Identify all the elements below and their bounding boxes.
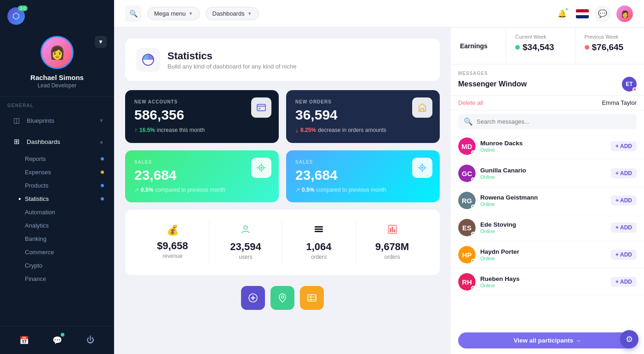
search-icon: 🔍 bbox=[464, 117, 473, 126]
language-flag[interactable] bbox=[576, 9, 589, 18]
dashboards-icon: ⊞ bbox=[10, 135, 23, 148]
add-contact-munroe-button[interactable]: + ADD bbox=[611, 141, 637, 151]
sidebar-item-crypto[interactable]: Crypto bbox=[3, 259, 111, 272]
contact-item-munroe[interactable]: MD Munroe Dacks Online + ADD bbox=[451, 133, 644, 160]
contact-item-haydn[interactable]: HP Haydn Porter Online + ADD bbox=[451, 241, 644, 268]
sidebar-item-finance[interactable]: Finance bbox=[3, 272, 111, 285]
settings-fab-button[interactable]: ⚙ bbox=[620, 330, 638, 348]
sales-green-card-icon bbox=[251, 158, 271, 178]
main-content: 🔍 Mega menu ▼ Dashboards ▼ 🔔 💬 👩 bbox=[114, 0, 644, 354]
reports-dot bbox=[101, 157, 104, 160]
sidebar-item-blueprints[interactable]: ◫ Blueprints ▼ bbox=[3, 110, 111, 131]
search-button[interactable]: 🔍 bbox=[125, 6, 142, 22]
previous-week-dot bbox=[585, 45, 589, 50]
contact-info-gunilla: Gunilla Canario Online bbox=[480, 167, 611, 180]
sidebar-item-statistics[interactable]: Statistics bbox=[3, 192, 111, 206]
contact-status-rowena: Online bbox=[480, 201, 611, 207]
orders2-label: orders bbox=[384, 254, 400, 260]
add-contact-haydn-button[interactable]: + ADD bbox=[611, 250, 637, 260]
profile-name: Rachael Simons bbox=[30, 74, 84, 81]
sidebar-item-expenses[interactable]: Expenses bbox=[3, 166, 111, 179]
contact-info-haydn: Haydn Porter Online bbox=[480, 248, 611, 261]
contact-avatar-rueben: RH bbox=[458, 273, 476, 291]
view-all-participants-button[interactable]: View all participants → bbox=[458, 332, 637, 348]
contact-avatar-haydn: HP bbox=[458, 246, 476, 263]
messenger-title: Messenger Window bbox=[458, 80, 527, 88]
contact-item-rueben[interactable]: RH Rueben Hays Online + ADD bbox=[451, 268, 644, 296]
sales-green-change: ↗ 0.5% compared to previous month bbox=[134, 187, 270, 193]
svg-rect-10 bbox=[315, 228, 323, 230]
users-value: 23,594 bbox=[230, 241, 261, 253]
contact-status-munroe: Online bbox=[480, 147, 611, 153]
table-action-button[interactable] bbox=[300, 286, 324, 310]
contact-name-ede: Ede Stoving bbox=[480, 221, 611, 228]
svg-point-5 bbox=[260, 167, 262, 169]
power-icon[interactable]: ⏻ bbox=[82, 332, 98, 348]
sidebar-item-products[interactable]: Products bbox=[3, 179, 111, 192]
add-contact-gunilla-button[interactable]: + ADD bbox=[611, 168, 637, 178]
summary-revenue: 💰 $9,658 revenue bbox=[136, 221, 209, 264]
add-action-button[interactable] bbox=[241, 286, 265, 310]
messenger-status-dot bbox=[632, 87, 637, 91]
earnings-previous-week: Previous Week $76,645 bbox=[575, 28, 644, 64]
dashboards-button[interactable]: Dashboards ▼ bbox=[206, 7, 259, 20]
contact-item-gunilla[interactable]: GC Gunilla Canario Online + ADD bbox=[451, 160, 644, 187]
crypto-label: Crypto bbox=[25, 262, 42, 269]
mega-menu-button[interactable]: Mega menu ▼ bbox=[147, 7, 200, 20]
contact-name-rowena: Rowena Geistmann bbox=[480, 194, 611, 201]
chevron-up-icon: ▲ bbox=[99, 139, 104, 144]
sidebar-item-automation[interactable]: Automation bbox=[3, 206, 111, 219]
sidebar-item-dashboards[interactable]: ⊞ Dashboards ▲ bbox=[3, 131, 111, 152]
status-dot-ede bbox=[471, 232, 475, 236]
sidebar-item-banking[interactable]: Banking bbox=[3, 232, 111, 246]
stat-card-sales-green: SALES 23,684 ↗ 0.5% compared to previous… bbox=[125, 150, 279, 202]
user-avatar-topbar[interactable]: 👩 bbox=[616, 6, 633, 22]
contact-avatar-rowena: RG bbox=[458, 192, 476, 209]
avatar: 👩 bbox=[40, 36, 74, 69]
messages-button[interactable]: 💬 bbox=[594, 6, 611, 22]
add-contact-rueben-button[interactable]: + ADD bbox=[611, 277, 637, 287]
search-input[interactable] bbox=[477, 118, 631, 125]
users-icon bbox=[241, 224, 251, 237]
dashboards-btn-label: Dashboards bbox=[213, 10, 245, 17]
previous-week-value: $76,645 bbox=[585, 42, 635, 52]
contact-info-rueben: Rueben Hays Online bbox=[480, 275, 611, 288]
contact-info-rowena: Rowena Geistmann Online bbox=[480, 194, 611, 207]
chat-icon[interactable]: 💬 bbox=[49, 332, 65, 348]
stat-card-new-accounts: NEW ACCOUNTS 586,356 ↑ 16.5% increase th… bbox=[125, 90, 279, 143]
contact-info-ede: Ede Stoving Online bbox=[480, 221, 611, 234]
page-header-card: Statistics Build any kind of dashboard f… bbox=[125, 39, 440, 81]
banking-label: Banking bbox=[25, 235, 46, 242]
previous-week-title: Previous Week bbox=[585, 34, 635, 40]
up-arrow-icon: ↑ bbox=[134, 126, 138, 134]
products-label: Products bbox=[25, 182, 48, 189]
contact-item-ede[interactable]: ES Ede Stoving Online + ADD bbox=[451, 214, 644, 241]
action-buttons-row bbox=[125, 282, 440, 314]
calendar-icon[interactable]: 📅 bbox=[16, 332, 32, 348]
contact-item-rowena[interactable]: RG Rowena Geistmann Online + ADD bbox=[451, 187, 644, 214]
location-action-button[interactable] bbox=[270, 286, 294, 310]
page-subtitle: Build any kind of dashboard for any kind… bbox=[167, 63, 296, 70]
app-logo-icon[interactable]: ⬡ 3.0 bbox=[7, 7, 25, 25]
users-label: users bbox=[239, 254, 252, 260]
sidebar-item-commerce[interactable]: Commerce bbox=[3, 246, 111, 259]
sidebar-item-reports[interactable]: Reports bbox=[3, 152, 111, 166]
topbar: 🔍 Mega menu ▼ Dashboards ▼ 🔔 💬 👩 bbox=[114, 0, 644, 28]
delete-all-button[interactable]: Delete all bbox=[458, 99, 483, 106]
automation-label: Automation bbox=[25, 209, 55, 216]
contact-avatar-munroe: MD bbox=[458, 137, 476, 155]
mega-menu-label: Mega menu bbox=[154, 10, 186, 17]
page-header-text: Statistics Build any kind of dashboard f… bbox=[167, 50, 296, 70]
notifications-button[interactable]: 🔔 bbox=[554, 6, 570, 22]
dashboard-panel: Statistics Build any kind of dashboard f… bbox=[114, 28, 451, 354]
commerce-label: Commerce bbox=[25, 249, 54, 256]
profile-expand-button[interactable]: ▼ bbox=[95, 36, 107, 48]
svg-rect-3 bbox=[259, 108, 260, 109]
new-orders-label: NEW ORDERS bbox=[295, 99, 431, 104]
stats-grid: NEW ACCOUNTS 586,356 ↑ 16.5% increase th… bbox=[125, 90, 440, 202]
new-orders-change: ↓ 8.25% decrease in orders amounts bbox=[295, 126, 431, 134]
add-contact-ede-button[interactable]: + ADD bbox=[611, 223, 637, 233]
add-contact-rowena-button[interactable]: + ADD bbox=[611, 195, 637, 206]
sidebar-item-analytics[interactable]: Analytics bbox=[3, 219, 111, 232]
messenger-panel: MESSAGES Messenger Window ET Delete all … bbox=[451, 64, 644, 354]
